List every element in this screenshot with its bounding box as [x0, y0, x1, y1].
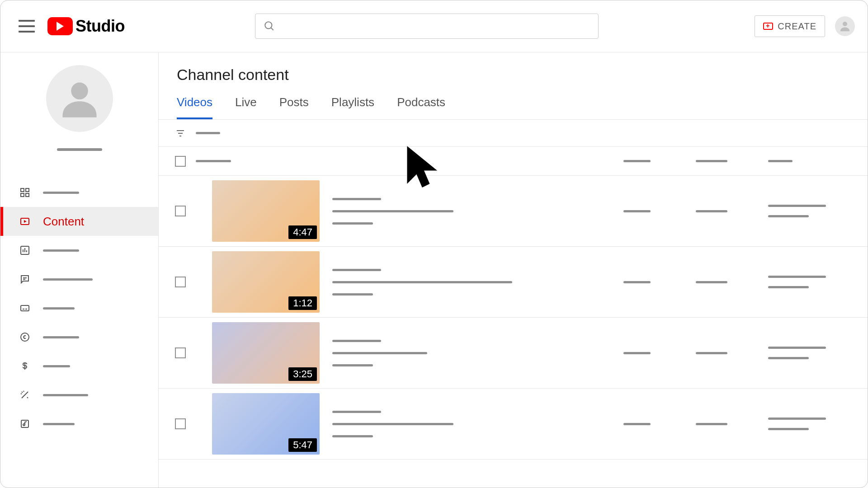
page-title: Channel content	[159, 52, 868, 84]
video-list: 4:471:123:255:47	[159, 176, 868, 488]
col-video	[196, 160, 231, 162]
svg-point-0	[265, 22, 272, 28]
sidebar-item-subtitles[interactable]	[0, 294, 158, 323]
tab-posts[interactable]: Posts	[279, 95, 309, 119]
svg-rect-16	[21, 305, 29, 311]
video-meta	[332, 340, 427, 366]
copyright-icon	[19, 331, 31, 343]
create-icon	[763, 23, 773, 30]
sidebar-item-audio[interactable]	[0, 409, 158, 438]
sidebar: Content	[0, 52, 159, 488]
sidebar-item-analytics[interactable]	[0, 236, 158, 265]
sidebar-item-earn[interactable]	[0, 352, 158, 380]
account-avatar[interactable]	[835, 16, 855, 36]
video-meta	[332, 269, 512, 296]
sidebar-item-label: Content	[43, 215, 84, 229]
search-input[interactable]	[282, 22, 590, 31]
video-row[interactable]: 3:25	[159, 318, 868, 389]
video-meta	[332, 411, 453, 437]
create-button[interactable]: CREATE	[755, 15, 825, 37]
filter-bar[interactable]	[159, 120, 868, 147]
video-row[interactable]: 5:47	[159, 389, 868, 460]
sidebar-item-customize[interactable]	[0, 380, 158, 409]
svg-point-2	[843, 22, 847, 26]
select-all-checkbox[interactable]	[175, 156, 186, 167]
sidebar-item-dashboard[interactable]	[0, 178, 158, 207]
row-checkbox[interactable]	[175, 277, 186, 287]
logo-text: Studio	[75, 17, 125, 36]
search-icon	[264, 20, 275, 32]
col-visibility	[623, 160, 651, 162]
svg-rect-5	[26, 188, 29, 192]
search-box[interactable]	[255, 14, 599, 39]
video-duration: 3:25	[288, 367, 317, 381]
tab-videos[interactable]: Videos	[177, 95, 212, 119]
table-header	[159, 147, 868, 176]
channel-name-placeholder	[57, 148, 102, 151]
subtitles-icon	[19, 302, 31, 314]
col-views	[768, 160, 793, 162]
video-meta	[332, 198, 453, 225]
wand-icon	[19, 389, 31, 401]
svg-marker-9	[24, 220, 27, 223]
svg-line-1	[271, 28, 273, 30]
svg-rect-6	[21, 193, 24, 197]
row-checkbox[interactable]	[175, 418, 186, 429]
svg-point-3	[71, 83, 88, 100]
dollar-icon	[19, 360, 31, 372]
sidebar-item-copyright[interactable]	[0, 323, 158, 352]
video-duration: 4:47	[288, 225, 317, 239]
video-thumbnail[interactable]: 3:25	[212, 322, 320, 384]
svg-rect-4	[21, 188, 24, 192]
svg-point-19	[21, 333, 29, 341]
comment-icon	[19, 273, 31, 286]
music-icon	[19, 418, 31, 430]
video-thumbnail[interactable]: 5:47	[212, 393, 320, 455]
sidebar-item-content[interactable]: Content	[0, 207, 158, 236]
video-row[interactable]: 1:12	[159, 247, 868, 318]
topbar: Studio CREATE	[0, 0, 868, 52]
col-date	[696, 160, 727, 162]
sidebar-item-comments[interactable]	[0, 265, 158, 294]
menu-button[interactable]	[19, 20, 35, 33]
svg-rect-7	[26, 193, 29, 197]
grid-icon	[19, 186, 31, 199]
row-checkbox[interactable]	[175, 206, 186, 216]
tab-playlists[interactable]: Playlists	[331, 95, 374, 119]
logo[interactable]: Studio	[47, 17, 125, 36]
video-duration: 5:47	[288, 438, 317, 452]
channel-avatar[interactable]	[46, 65, 113, 132]
tab-podcasts[interactable]: Podcasts	[397, 95, 445, 119]
filter-icon	[175, 128, 186, 139]
video-row[interactable]: 4:47	[159, 176, 868, 247]
row-checkbox[interactable]	[175, 347, 186, 358]
create-label: CREATE	[778, 21, 816, 32]
play-icon	[47, 17, 73, 35]
video-duration: 1:12	[288, 296, 317, 310]
chart-icon	[19, 244, 31, 257]
video-thumbnail[interactable]: 1:12	[212, 251, 320, 313]
content-tabs: Videos Live Posts Playlists Podcasts	[159, 84, 868, 120]
tab-live[interactable]: Live	[235, 95, 257, 119]
main-content: Channel content Videos Live Posts Playli…	[159, 52, 868, 488]
video-thumbnail[interactable]: 4:47	[212, 180, 320, 242]
play-square-icon	[19, 215, 31, 228]
